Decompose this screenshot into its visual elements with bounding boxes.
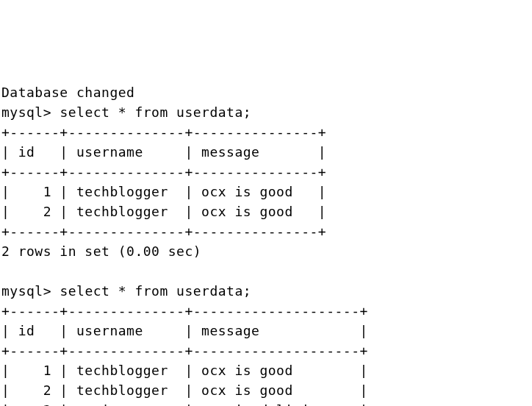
table-border-bottom-1: +------+--------------+---------------+ xyxy=(1,224,326,239)
terminal-output: Database changed mysql> select * from us… xyxy=(1,82,532,406)
table-border-mid-1: +------+--------------+---------------+ xyxy=(1,164,326,179)
mysql-prompt: mysql> xyxy=(1,104,51,120)
db-changed-status: Database changed xyxy=(1,85,134,100)
query-command-2: select * from userdata; xyxy=(60,283,251,299)
table-border-mid-2: +------+--------------+-----------------… xyxy=(1,343,368,358)
query-command-1: select * from userdata; xyxy=(60,104,251,120)
table-rows-2: | 1 | techblogger | ocx is good | | 2 | … xyxy=(1,363,368,406)
table-header-1: | id | username | message | xyxy=(1,144,326,160)
table-border-top-1: +------+--------------+---------------+ xyxy=(1,124,326,140)
table-border-top-2: +------+--------------+-----------------… xyxy=(1,303,368,318)
result-summary-1: 2 rows in set (0.00 sec) xyxy=(1,243,201,259)
table-header-2: | id | username | message | xyxy=(1,323,368,338)
mysql-prompt: mysql> xyxy=(1,283,51,299)
table-rows-1: | 1 | techblogger | ocx is good | | 2 | … xyxy=(1,184,326,219)
